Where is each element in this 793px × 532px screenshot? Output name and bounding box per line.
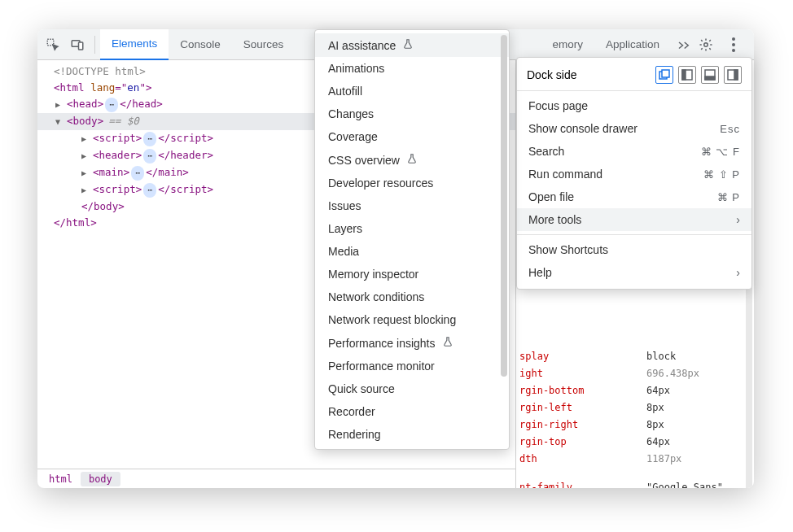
submenu-item-changes[interactable]: Changes <box>315 102 509 125</box>
submenu-item-animations[interactable]: Animations <box>315 57 509 80</box>
dock-right-icon[interactable] <box>724 66 742 84</box>
style-row[interactable]: ight696.438px <box>516 365 747 382</box>
dock-bottom-icon[interactable] <box>701 66 719 84</box>
submenu-item-recorder[interactable]: Recorder <box>315 400 509 423</box>
submenu-item-developer-resources[interactable]: Developer resources <box>315 172 509 194</box>
submenu-item-media[interactable]: Media <box>315 240 509 263</box>
chevron-right-icon: › <box>736 266 740 279</box>
submenu-scrollbar[interactable] <box>501 35 507 377</box>
style-row[interactable]: dth1187px <box>516 451 747 468</box>
dock-side-label: Dock side <box>527 68 655 81</box>
svg-rect-14 <box>734 70 738 80</box>
submenu-item-network-request-blocking[interactable]: Network request blocking <box>315 308 509 331</box>
inspect-icon[interactable] <box>41 33 65 57</box>
more-icon[interactable] <box>721 33 746 57</box>
menu-item-more-tools[interactable]: More tools› <box>517 208 751 231</box>
tab-sources[interactable]: Sources <box>232 29 296 60</box>
dock-side-row: Dock side <box>517 63 751 87</box>
tab-overflow-icon[interactable] <box>674 39 694 50</box>
tab-elements[interactable]: Elements <box>100 29 169 60</box>
menu-item-open-file[interactable]: Open file⌘ P <box>517 185 751 208</box>
submenu-item-css-overview[interactable]: CSS overview <box>315 148 509 172</box>
crumb-html[interactable]: html <box>41 472 81 486</box>
flask-icon <box>406 153 418 167</box>
tab-application[interactable]: Application <box>594 29 671 60</box>
main-context-menu: Dock side Focus pageShow console drawerE… <box>516 57 752 290</box>
tab-console[interactable]: Console <box>169 29 232 60</box>
style-row[interactable]: rgin-top64px <box>516 434 747 451</box>
submenu-item-quick-source[interactable]: Quick source <box>315 377 509 400</box>
style-row[interactable]: nt-family"Google Sans", <box>516 479 747 488</box>
submenu-item-autofill[interactable]: Autofill <box>315 80 509 102</box>
style-row[interactable]: rgin-left8px <box>516 399 747 416</box>
submenu-item-layers[interactable]: Layers <box>315 217 509 240</box>
menu-item-show-shortcuts[interactable]: Show Shortcuts <box>517 238 751 261</box>
crumb-body[interactable]: body <box>81 472 120 486</box>
menu-item-help[interactable]: Help› <box>517 261 751 284</box>
settings-icon[interactable] <box>694 33 718 57</box>
chevron-right-icon: › <box>736 213 740 226</box>
submenu-item-issues[interactable]: Issues <box>315 194 509 217</box>
flask-icon <box>402 38 414 52</box>
device-toggle-icon[interactable] <box>65 33 90 57</box>
menu-item-show-console-drawer[interactable]: Show console drawerEsc <box>517 117 751 140</box>
submenu-item-ai-assistance[interactable]: AI assistance <box>315 33 509 57</box>
more-tools-submenu: AI assistanceAnimationsAutofillChangesCo… <box>314 29 510 450</box>
svg-point-3 <box>704 42 708 46</box>
style-row[interactable]: rgin-bottom64px <box>516 382 747 399</box>
submenu-item-performance-insights[interactable]: Performance insights <box>315 331 509 355</box>
style-row[interactable]: rgin-right8px <box>516 416 747 434</box>
svg-rect-8 <box>662 70 669 77</box>
dock-left-icon[interactable] <box>678 66 696 84</box>
svg-point-6 <box>732 49 735 52</box>
menu-item-search[interactable]: Search⌘ ⌥ F <box>517 140 751 163</box>
dom-doctype: <!DOCTYPE html> <box>54 65 146 77</box>
svg-point-4 <box>732 37 735 41</box>
menu-item-run-command[interactable]: Run command⌘ ⇧ P <box>517 163 751 185</box>
menu-item-focus-page[interactable]: Focus page <box>517 94 751 117</box>
flask-icon <box>442 336 453 350</box>
svg-point-5 <box>732 43 735 46</box>
dock-undock-icon[interactable] <box>655 66 673 84</box>
svg-rect-10 <box>682 70 686 80</box>
svg-rect-2 <box>79 42 83 50</box>
style-row[interactable]: splayblock <box>516 348 747 365</box>
submenu-item-rendering[interactable]: Rendering <box>315 423 509 446</box>
tab-memory-partial[interactable]: emory <box>549 29 594 60</box>
submenu-item-memory-inspector[interactable]: Memory inspector <box>315 263 509 286</box>
submenu-item-coverage[interactable]: Coverage <box>315 125 509 148</box>
submenu-item-performance-monitor[interactable]: Performance monitor <box>315 355 509 377</box>
svg-rect-12 <box>705 76 715 80</box>
submenu-item-network-conditions[interactable]: Network conditions <box>315 286 509 308</box>
breadcrumb: html body <box>37 469 515 488</box>
